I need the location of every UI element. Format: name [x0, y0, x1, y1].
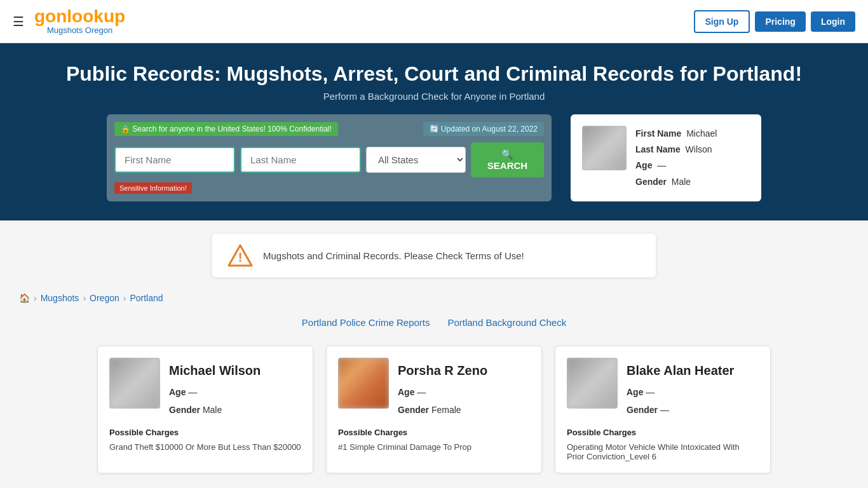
profile-hero-info: First Name Michael Last Name Wilson Age … [635, 126, 717, 190]
police-reports-link[interactable]: Portland Police Crime Reports [302, 317, 430, 328]
state-select[interactable]: All StatesAlabamaAlaskaArizonaArkansasCa… [366, 147, 466, 173]
card-name: Porsha R Zeno [398, 358, 487, 383]
mugshot-card: Blake Alan Heater Age — Gender — Possibl… [555, 346, 771, 473]
lastname-label: Last Name [635, 144, 681, 154]
search-confidential-label: 🔒 Search for anyone in the United States… [114, 122, 338, 136]
card-gender: Gender — [627, 401, 734, 419]
card-avatar [567, 358, 618, 409]
card-name: Blake Alan Heater [627, 358, 734, 383]
card-gender: Gender Female [398, 401, 487, 419]
first-name-input[interactable] [114, 147, 235, 173]
breadcrumb-city-link[interactable]: Portland [130, 293, 163, 303]
card-gender: Gender Male [169, 401, 261, 419]
breadcrumb-section: 🏠 › Mugshots › Oregon › Portland [0, 284, 868, 312]
profile-card-hero: First Name Michael Last Name Wilson Age … [571, 114, 761, 201]
logo-text: gonlookup [34, 8, 125, 25]
gender-value: Male [672, 177, 691, 187]
search-inputs: All StatesAlabamaAlaskaArizonaArkansasCa… [114, 142, 544, 177]
warning-icon: ! [227, 243, 253, 268]
possible-charges-label: Possible Charges [338, 428, 530, 437]
warning-content: ! Mugshots and Criminal Records. Please … [212, 233, 656, 278]
breadcrumb-mugshots-link[interactable]: Mugshots [41, 293, 79, 303]
card-age: Age — [169, 383, 261, 401]
profile-hero-gender: Gender Male [635, 174, 717, 190]
search-button[interactable]: 🔍 SEARCH [471, 142, 544, 177]
last-name-input[interactable] [240, 147, 361, 173]
logo-subtitle: Mugshots Oregon [34, 25, 125, 35]
card-top: Blake Alan Heater Age — Gender — [567, 358, 759, 419]
age-label: Age [635, 160, 652, 170]
search-section: 🔒 Search for anyone in the United States… [0, 114, 868, 220]
card-avatar-blur [109, 358, 160, 409]
logo[interactable]: gonlookup Mugshots Oregon [34, 8, 125, 35]
card-age: Age — [398, 383, 487, 401]
breadcrumb-state-link[interactable]: Oregon [90, 293, 119, 303]
lastname-value: Wilson [686, 144, 712, 154]
profile-hero-avatar-blur [582, 126, 627, 170]
card-avatar [109, 358, 160, 409]
gender-label: Gender [635, 177, 667, 187]
age-value: — [657, 160, 666, 170]
profile-hero-firstname: First Name Michael [635, 126, 717, 142]
breadcrumb: 🏠 › Mugshots › Oregon › Portland [19, 293, 849, 303]
sensitive-badge: Sensitive Information! [114, 182, 192, 194]
card-age: Age — [627, 383, 734, 401]
header-right: Sign Up Pricing Login [694, 10, 855, 33]
links-row: Portland Police Crime Reports Portland B… [0, 312, 868, 339]
card-info: Blake Alan Heater Age — Gender — [627, 358, 734, 419]
warning-bar: ! Mugshots and Criminal Records. Please … [0, 220, 868, 284]
pricing-button[interactable]: Pricing [755, 11, 805, 32]
card-avatar-blur [338, 358, 389, 409]
header-left: ☰ gonlookup Mugshots Oregon [13, 8, 125, 35]
charge-item: Operating Motor Vehicle While Intoxicate… [567, 442, 759, 461]
card-avatar-blur [567, 358, 618, 409]
search-box: 🔒 Search for anyone in the United States… [107, 114, 552, 201]
possible-charges-label: Possible Charges [109, 428, 301, 437]
mugshot-card: Michael Wilson Age — Gender Male Possibl… [97, 346, 313, 473]
signup-button[interactable]: Sign Up [694, 10, 750, 33]
home-icon: 🏠 [19, 293, 30, 303]
breadcrumb-home-link[interactable]: 🏠 [19, 293, 30, 303]
search-updated-label: 🔄 Updated on August 22, 2022 [423, 122, 544, 136]
card-top: Michael Wilson Age — Gender Male [109, 358, 301, 419]
cards-section: Michael Wilson Age — Gender Male Possibl… [0, 339, 868, 488]
hero-title: Public Records: Mugshots, Arrest, Court … [13, 62, 855, 86]
background-check-link[interactable]: Portland Background Check [447, 317, 566, 328]
profile-hero-avatar [582, 126, 627, 170]
firstname-label: First Name [635, 128, 681, 139]
hero-subtitle: Perform a Background Check for Anyone in… [13, 91, 855, 102]
hero-section: Public Records: Mugshots, Arrest, Court … [0, 43, 868, 114]
logo-n-icon: n [56, 6, 67, 26]
card-name: Michael Wilson [169, 358, 261, 383]
charge-item: #1 Simple Criminal Damage To Prop [338, 442, 530, 452]
profile-hero-age: Age — [635, 158, 717, 173]
hamburger-icon[interactable]: ☰ [13, 14, 24, 29]
card-avatar [338, 358, 389, 409]
charge-item: Grand Theft $10000 Or More But Less Than… [109, 442, 301, 452]
firstname-value: Michael [686, 128, 717, 139]
breadcrumb-sep1: › [34, 293, 37, 303]
profile-hero-lastname: Last Name Wilson [635, 142, 717, 158]
header: ☰ gonlookup Mugshots Oregon Sign Up Pric… [0, 0, 868, 43]
logo-lookup: lookup [67, 6, 125, 26]
card-top: Porsha R Zeno Age — Gender Female [338, 358, 530, 419]
card-info: Porsha R Zeno Age — Gender Female [398, 358, 487, 419]
login-button[interactable]: Login [811, 11, 855, 32]
breadcrumb-sep3: › [123, 293, 126, 303]
possible-charges-label: Possible Charges [567, 428, 759, 437]
logo-go: go [34, 6, 56, 26]
breadcrumb-sep2: › [83, 293, 86, 303]
card-info: Michael Wilson Age — Gender Male [169, 358, 261, 419]
svg-text:!: ! [238, 250, 243, 264]
mugshot-card: Porsha R Zeno Age — Gender Female Possib… [326, 346, 542, 473]
warning-text: Mugshots and Criminal Records. Please Ch… [263, 250, 524, 261]
search-info-bar: 🔒 Search for anyone in the United States… [114, 122, 544, 136]
